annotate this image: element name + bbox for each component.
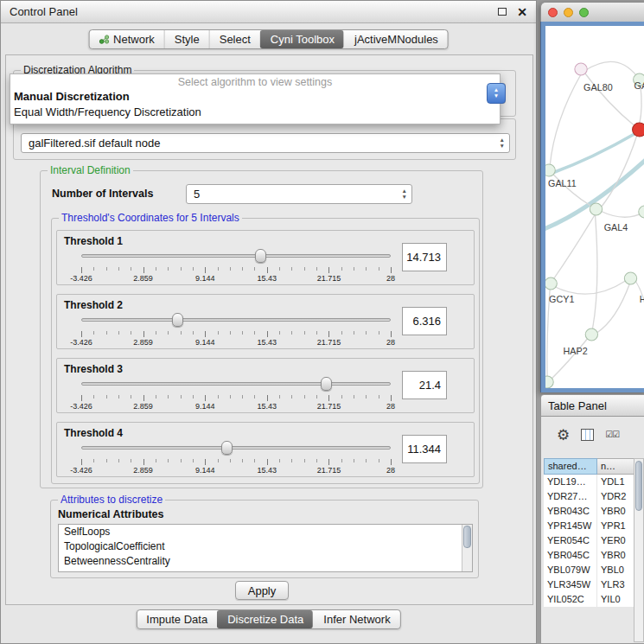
table-row[interactable]: YLR345WYLR3 [544, 577, 635, 592]
threshold-3-value[interactable]: 21.4 [402, 371, 447, 399]
zoom-traffic-light-icon[interactable] [579, 8, 589, 17]
list-item-topologicalcoefficient[interactable]: TopologicalCoefficient [59, 539, 472, 554]
list-scrollbar[interactable] [462, 525, 472, 571]
close-icon[interactable]: ✕ [517, 6, 527, 18]
bottom-tab-infer-network[interactable]: Infer Network [313, 610, 399, 628]
table-scrollbar[interactable] [634, 458, 644, 642]
dropdown-item-manual-discretization[interactable]: Manual Discretization [10, 89, 500, 105]
table-header-row: shared… n… [544, 458, 635, 475]
column-header-name[interactable]: n… [597, 458, 635, 475]
slider-track [81, 254, 391, 258]
combo-stepper-icon[interactable]: ▲▼ [487, 83, 506, 104]
tick-label: 21.715 [317, 274, 341, 283]
select-all-checkboxes-icon[interactable]: ☑☑ [605, 430, 619, 439]
close-traffic-light-icon[interactable] [548, 8, 558, 17]
slider-thumb[interactable] [321, 377, 332, 391]
table-row[interactable]: YBR045CYBR0 [544, 548, 635, 563]
table-panel-body: ⚙ ☑☑ shared… n… YDL19…YDL1YDR27…YDR2YBR0… [540, 417, 644, 644]
numerical-attributes-label: Numerical Attributes [58, 508, 163, 520]
tick-label: 9.144 [195, 466, 215, 475]
tab-cyni-toolbox[interactable]: Cyni Toolbox [260, 30, 344, 48]
tick-label: 21.715 [317, 338, 341, 347]
network-node[interactable] [624, 272, 636, 284]
network-node[interactable] [639, 206, 644, 218]
tab-label: Cyni Toolbox [271, 33, 335, 46]
network-canvas[interactable]: GAL80 GA GAL11 GAL4 GCY1 H HAP2 [545, 26, 644, 388]
tab-style[interactable]: Style [164, 30, 209, 48]
tick-mark [143, 459, 144, 465]
slider-track [81, 382, 391, 386]
list-item-betweennesscentrality[interactable]: BetweennessCentrality [59, 554, 472, 569]
scrollbar-thumb[interactable] [635, 461, 642, 511]
network-node[interactable] [545, 164, 555, 176]
tab-label: Discretize Data [227, 613, 303, 626]
network-node[interactable] [575, 63, 587, 75]
table-data-combo[interactable]: galFiltered.sif default node ▲▼ [21, 133, 510, 153]
threshold-2-slider[interactable] [81, 312, 391, 328]
tab-select[interactable]: Select [209, 30, 260, 48]
network-node[interactable] [545, 277, 557, 290]
numerical-attributes-list[interactable]: SelfLoopsTopologicalCoefficientBetweenne… [58, 524, 473, 572]
table-row[interactable]: YBL079WYBL0 [544, 563, 635, 577]
tick-label: 2.859 [133, 402, 153, 411]
network-node[interactable] [545, 376, 553, 388]
tick-mark [328, 331, 329, 337]
column-header-shared-name[interactable]: shared… [544, 458, 597, 475]
interval-definition-label: Interval Definition [48, 164, 133, 176]
table-row[interactable]: YDR27…YDR2 [544, 489, 635, 504]
network-nodes[interactable] [545, 63, 644, 388]
threshold-3-panel: Threshold 3 -3.4262.8599.14415.4321.7152… [56, 358, 475, 413]
number-of-intervals-label: Number of Intervals [52, 188, 153, 200]
threshold-4-value[interactable]: 11.344 [402, 435, 447, 463]
tick-mark [205, 459, 206, 465]
tab-jactivemnodules[interactable]: jActiveMNodules [344, 30, 448, 48]
slider-thumb[interactable] [172, 313, 183, 327]
tick-mark [143, 267, 144, 273]
threshold-1-slider[interactable] [81, 248, 391, 264]
table-row[interactable]: YPR145WYPR1 [544, 519, 635, 533]
apply-button[interactable]: Apply [235, 581, 289, 600]
tick-mark [267, 395, 268, 401]
tick-label: 15.43 [258, 274, 277, 283]
table-row[interactable]: YBR043CYBR0 [544, 504, 635, 519]
tick-mark [143, 331, 144, 337]
tab-network[interactable]: Network [89, 30, 164, 48]
network-node-selected[interactable] [633, 123, 644, 137]
dropdown-item-equal-width-frequency-discretization[interactable]: Equal Width/Frequency Discretization [10, 105, 500, 120]
gear-icon[interactable]: ⚙ [557, 428, 570, 443]
slider-thumb[interactable] [221, 441, 233, 455]
network-node[interactable] [590, 203, 602, 215]
columns-icon[interactable] [581, 429, 594, 441]
tick-mark [328, 459, 329, 465]
table-cell: YDR2 [597, 489, 635, 504]
tick-mark [205, 395, 206, 401]
tick-label: 21.715 [317, 466, 341, 475]
threshold-1-value[interactable]: 14.713 [402, 243, 447, 271]
list-item-selfloops[interactable]: SelfLoops [59, 525, 472, 539]
tick-mark [267, 459, 268, 465]
table-row[interactable]: YIL052CYIL0 [544, 592, 635, 607]
network-node[interactable] [585, 328, 597, 341]
attributes-group-label: Attributes to discretize [58, 494, 165, 506]
table-row[interactable]: YER054CYER0 [544, 533, 635, 548]
tick-mark [81, 395, 82, 401]
threshold-4-slider[interactable] [81, 440, 391, 456]
stepper-icon: ▲▼ [402, 188, 407, 201]
number-of-intervals-combo[interactable]: 5 ▲▼ [186, 184, 412, 204]
table-cell: YBR0 [597, 504, 635, 519]
bottom-tab-impute-data[interactable]: Impute Data [137, 610, 217, 628]
tick-label: -3.426 [70, 274, 92, 283]
slider-thumb[interactable] [255, 249, 266, 263]
network-node-label: GAL11 [548, 178, 577, 188]
minimize-traffic-light-icon[interactable] [564, 8, 573, 17]
scrollbar-thumb[interactable] [463, 526, 471, 548]
bottom-tab-discretize-data[interactable]: Discretize Data [217, 610, 313, 628]
float-window-icon[interactable] [498, 8, 507, 16]
threshold-3-slider[interactable] [81, 376, 391, 392]
table-row[interactable]: YDL19…YDL1 [544, 475, 635, 489]
threshold-2-value[interactable]: 6.316 [402, 307, 447, 335]
table-cell: YLR345W [544, 577, 597, 592]
stepper-icon: ▲▼ [500, 137, 505, 150]
network-node-label: GAL4 [604, 222, 628, 233]
table-panel-toolbar: ⚙ ☑☑ [541, 424, 644, 446]
